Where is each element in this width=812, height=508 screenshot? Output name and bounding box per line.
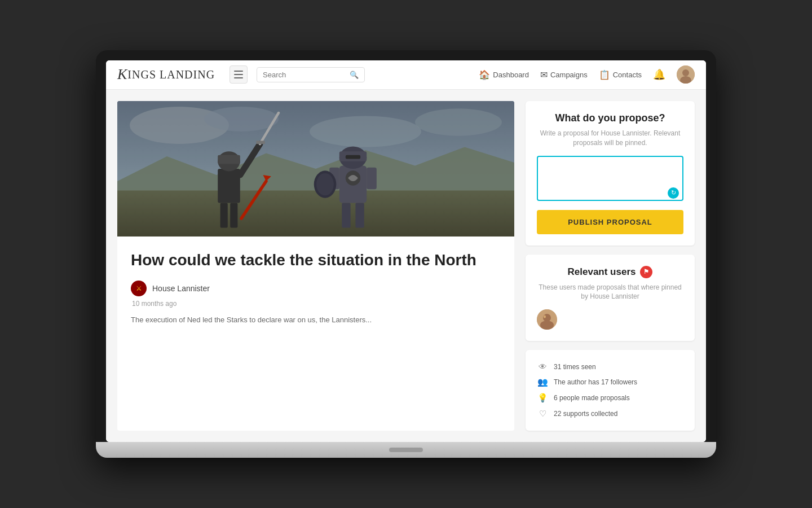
stat-row-seen: 👁 31 times seen <box>537 359 683 374</box>
heart-icon: ♡ <box>537 409 548 419</box>
author-name[interactable]: House Lannister <box>152 284 210 293</box>
svg-point-1 <box>682 69 689 76</box>
stat-seen-text: 31 times seen <box>554 363 596 371</box>
article-date: 10 months ago <box>132 300 501 308</box>
navbar: K INGS LANDING 🔍 🏠 Dashboard ✉ <box>106 60 706 90</box>
avatar-image <box>677 65 695 84</box>
stat-supports-text: 22 supports collected <box>554 410 617 418</box>
site-logo[interactable]: K INGS LANDING <box>117 66 215 83</box>
article-excerpt: The execution of Ned led the Starks to d… <box>131 314 501 326</box>
home-icon: 🏠 <box>479 69 490 80</box>
contacts-icon: 📋 <box>599 69 610 80</box>
sidebar: What do you propose? Write a proposal fo… <box>526 101 695 431</box>
svg-point-34 <box>540 321 554 330</box>
proposals-icon: 💡 <box>537 393 548 403</box>
article-title: How could we tackle the situation in the… <box>131 250 501 270</box>
user-avatar[interactable] <box>677 65 695 84</box>
search-input[interactable] <box>263 71 346 79</box>
laptop-base-notch <box>389 448 423 452</box>
author-row: ⚔ House Lannister <box>131 281 501 296</box>
flag-icon: ⚑ <box>640 266 652 278</box>
nav-link-dashboard[interactable]: 🏠 Dashboard <box>479 69 529 80</box>
relevant-avatars <box>537 309 683 330</box>
nav-campaigns-label: Campaigns <box>550 71 588 79</box>
nav-link-campaigns[interactable]: ✉ Campaigns <box>540 69 588 80</box>
article-body: How could we tackle the situation in the… <box>117 237 514 335</box>
nav-dashboard-label: Dashboard <box>493 71 529 79</box>
article-image <box>117 101 514 237</box>
proposal-card-subtitle: Write a proposal for House Lannister. Re… <box>537 129 683 148</box>
relevant-user-image <box>537 309 557 330</box>
logo-k: K <box>117 66 127 83</box>
followers-icon: 👥 <box>537 377 548 387</box>
notifications-bell[interactable]: 🔔 <box>653 68 665 81</box>
relevant-users-subtitle: These users made proposals that where pi… <box>537 283 683 302</box>
proposal-textarea[interactable] <box>537 156 683 201</box>
publish-proposal-button[interactable]: PUBLISH PROPOSAL <box>537 210 683 234</box>
stat-row-supports: ♡ 22 supports collected <box>537 406 683 422</box>
campaigns-icon: ✉ <box>540 69 548 80</box>
author-badge-icon: ⚔ <box>131 281 147 296</box>
nav-contacts-label: Contacts <box>613 71 642 79</box>
hamburger-button[interactable] <box>230 65 248 84</box>
search-box: 🔍 <box>257 67 365 82</box>
stat-followers-text: The author has 17 followers <box>554 378 637 386</box>
hamburger-icon <box>234 74 243 75</box>
hamburger-icon <box>234 77 243 78</box>
search-icon: 🔍 <box>350 71 359 79</box>
relevant-users-card: Relevant users ⚑ These users made propos… <box>526 255 695 341</box>
proposal-textarea-wrapper: ↻ <box>537 156 683 203</box>
logo-text: INGS LANDING <box>127 68 215 81</box>
relevant-user-avatar[interactable] <box>537 309 557 330</box>
stats-card: 👁 31 times seen 👥 The author has 17 foll… <box>526 350 695 431</box>
proposal-card-title: What do you propose? <box>537 112 683 124</box>
nav-link-contacts[interactable]: 📋 Contacts <box>599 69 642 80</box>
svg-point-35 <box>544 316 546 318</box>
battle-scene-svg <box>117 101 514 237</box>
main-content: How could we tackle the situation in the… <box>106 90 706 442</box>
svg-rect-31 <box>117 101 514 237</box>
refresh-icon: ↻ <box>668 187 679 199</box>
relevant-users-title: Relevant users ⚑ <box>537 266 683 278</box>
eye-icon: 👁 <box>537 362 548 371</box>
article-section: How could we tackle the situation in the… <box>117 101 514 431</box>
stat-proposals-text: 6 people made proposals <box>554 394 630 402</box>
hamburger-icon <box>234 71 243 72</box>
proposal-card: What do you propose? Write a proposal fo… <box>526 101 695 246</box>
nav-links: 🏠 Dashboard ✉ Campaigns 📋 Contacts 🔔 <box>479 65 695 84</box>
stat-row-proposals: 💡 6 people made proposals <box>537 390 683 406</box>
relevant-title-text: Relevant users <box>568 266 636 278</box>
stat-row-followers: 👥 The author has 17 followers <box>537 374 683 390</box>
